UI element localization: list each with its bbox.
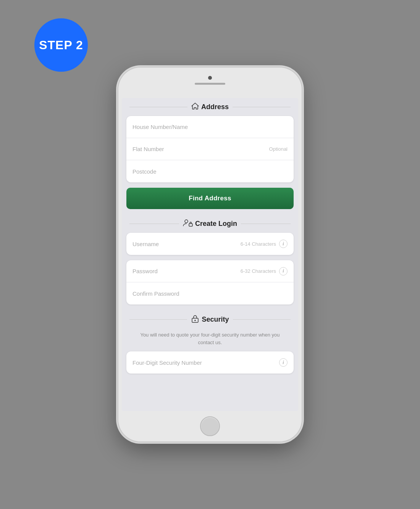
svg-text:0: 0	[195, 319, 196, 322]
login-label-wrap: Create Login	[183, 219, 237, 228]
flat-number-hint: Optional	[269, 146, 288, 152]
address-icon	[191, 103, 199, 111]
security-title: Security	[202, 316, 229, 324]
login-header-line-left	[129, 224, 179, 224]
find-address-button[interactable]: Find Address	[126, 188, 294, 209]
phone-shell: Address House Number/Name Flat Number Op…	[118, 68, 302, 441]
phone-bottom	[118, 411, 302, 441]
password-info-icon[interactable]: i	[279, 267, 288, 275]
step-badge: STEP 2	[34, 18, 88, 72]
username-row[interactable]: Username 6-14 Characters i	[126, 233, 294, 255]
password-placeholder: Password	[132, 268, 237, 274]
username-info-icon[interactable]: i	[279, 240, 288, 248]
username-placeholder: Username	[132, 241, 237, 247]
security-header-line-left	[129, 319, 187, 320]
flat-number-placeholder: Flat Number	[132, 146, 266, 152]
password-card: Password 6-32 Characters i Confirm Passw…	[126, 260, 294, 304]
header-line-left	[129, 107, 187, 107]
address-label-wrap: Address	[191, 103, 229, 111]
login-header-line-right	[241, 224, 291, 224]
login-title: Create Login	[195, 220, 237, 228]
house-number-row[interactable]: House Number/Name	[126, 116, 294, 138]
phone-screen: Address House Number/Name Flat Number Op…	[122, 98, 298, 411]
password-hint: 6-32 Characters	[241, 268, 276, 274]
address-title: Address	[201, 103, 229, 111]
phone-speaker	[195, 83, 225, 85]
confirm-password-placeholder: Confirm Password	[132, 290, 288, 297]
postcode-row[interactable]: Postcode	[126, 160, 294, 182]
phone-camera	[208, 76, 212, 80]
username-card: Username 6-14 Characters i	[126, 233, 294, 255]
security-icon: 0	[191, 314, 199, 324]
security-number-row[interactable]: Four-Digit Security Number i	[126, 351, 294, 374]
security-label-wrap: 0 Security	[191, 314, 229, 324]
login-section-header: Create Login	[122, 214, 298, 233]
address-card: House Number/Name Flat Number Optional P…	[126, 116, 294, 182]
security-header-line-right	[233, 319, 291, 320]
confirm-password-row[interactable]: Confirm Password	[126, 282, 294, 304]
postcode-placeholder: Postcode	[132, 168, 288, 175]
security-number-placeholder: Four-Digit Security Number	[132, 359, 276, 366]
password-row[interactable]: Password 6-32 Characters i	[126, 260, 294, 282]
phone-top	[118, 68, 302, 98]
security-section-header: 0 Security	[122, 310, 298, 329]
login-icon	[183, 219, 193, 228]
flat-number-row[interactable]: Flat Number Optional	[126, 138, 294, 160]
security-description: You will need to quote your four-digit s…	[122, 329, 298, 351]
address-section-header: Address	[122, 98, 298, 116]
svg-point-0	[185, 220, 188, 223]
step-badge-text: STEP 2	[39, 38, 83, 52]
security-number-info-icon[interactable]: i	[279, 358, 288, 367]
username-hint: 6-14 Characters	[241, 241, 276, 247]
screen-content: Address House Number/Name Flat Number Op…	[122, 98, 298, 411]
svg-rect-1	[189, 224, 192, 226]
home-button[interactable]	[200, 416, 220, 436]
security-card: Four-Digit Security Number i	[126, 351, 294, 374]
house-number-placeholder: House Number/Name	[132, 124, 288, 130]
header-line-right	[233, 107, 291, 107]
